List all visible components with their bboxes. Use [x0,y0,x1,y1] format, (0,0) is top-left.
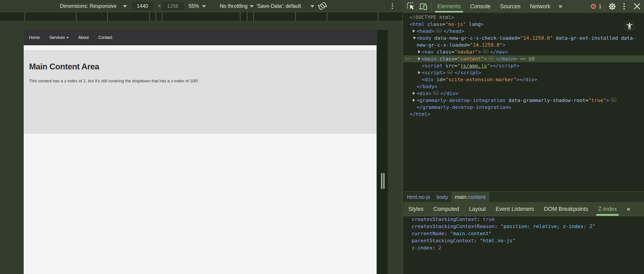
expand-arrow-icon[interactable] [418,57,420,60]
nav-item-about[interactable]: About [78,35,89,40]
dom-tree-row[interactable]: <head></head> [404,28,644,35]
save-data-select[interactable]: 'Save-Data': default [256,0,301,12]
toggle-device-toolbar-icon[interactable] [419,2,428,10]
nav-item-home[interactable]: Home [29,35,40,40]
expand-inline-icon[interactable] [488,56,494,60]
dom-tree-row[interactable]: <script></script> [404,69,644,76]
dom-tree-row[interactable]: new-gr-c-s-loaded="14.1259.0"> [404,41,644,48]
media-query-breakpoint-line [24,12,25,21]
page-main-content: Main Content Area This content has a z-i… [24,50,376,134]
sidebar-tab-styles[interactable]: Styles [408,202,424,216]
dom-tree-row[interactable]: </html> [404,111,644,118]
nav-item-services[interactable]: Services [50,35,69,40]
sidebar-tab-strip: StylesComputedLayoutEvent ListenersDOM B… [404,202,644,216]
breadcrumb-main[interactable]: main.content [451,192,489,202]
expand-arrow-icon[interactable] [413,29,415,33]
sidebar-tab-layout[interactable]: Layout [469,202,486,216]
devtools-tab-sources[interactable]: Sources [500,0,520,13]
row-actions-icon[interactable] [405,55,410,62]
rendered-page: HomeServicesAboutContact Main Content Ar… [24,30,376,274]
accessibility-tree-toggle-icon[interactable] [623,20,636,32]
zindex-property-parentStackingContext: parentStackingContext: "html.no-js" [412,237,644,244]
devtools-tab-elements[interactable]: Elements [438,0,461,13]
dom-tree-row[interactable]: <grammarly-desktop-integration data-gram… [404,97,644,104]
viewport-width-input[interactable]: 1440 [132,2,153,10]
z-index-pane: createsStackingContext: truecreatesStack… [404,216,644,274]
dom-tree-row[interactable]: <nav class="navbar"></nav> [404,48,644,55]
dom-tree-row[interactable]: <!DOCTYPE html> [404,14,644,21]
devtools-panel: ElementsConsoleSourcesNetwork ›› 1 [402,0,644,274]
dom-tree-row[interactable]: <div id="scite-extension-marker"></div> [404,76,644,83]
media-query-breakpoint-line [378,12,378,21]
screenshot-root: Dimensions: Responsive 1440 × 1256 55% N… [0,0,644,274]
nav-dropdown-caret-icon [66,37,69,38]
settings-gear-icon[interactable] [608,3,616,10]
expand-inline-icon[interactable] [433,91,439,95]
save-data-caret-icon [310,5,314,7]
page-heading: Main Content Area [29,62,99,72]
zindex-property-currentNode: currentNode: "main.content" [412,230,644,237]
page-navbar: HomeServicesAboutContact [24,30,376,45]
dom-tree-row[interactable]: </grammarly-desktop-integration> [404,104,644,111]
device-toolbar-overflow-menu-icon[interactable] [390,3,394,9]
more-tabs-icon[interactable]: ›› [559,0,562,13]
dimensions-caret-icon [123,5,127,7]
expand-arrow-icon[interactable] [413,92,415,95]
expand-inline-icon[interactable] [611,98,617,102]
expand-inline-icon[interactable] [447,70,453,74]
dimensions-select[interactable]: Dimensions: Responsive [60,0,116,12]
expand-inline-icon[interactable] [482,49,488,53]
throttling-caret-icon [250,5,254,7]
dom-tree-row[interactable]: <script src="js/app.js"></script> [404,62,644,69]
expand-arrow-icon[interactable] [418,50,420,53]
sidebar-tab-dom-breakpoints[interactable]: DOM Breakpoints [544,202,588,216]
error-badge-icon[interactable] [591,4,596,9]
media-query-breakpoint-line [149,12,150,21]
nav-item-contact[interactable]: Contact [98,35,112,40]
media-query-breakpoint-line [107,12,108,21]
dom-tree-row-selected[interactable]: <main class="content"></main> == $0 [404,55,644,62]
toolbar-separator [604,2,604,11]
expand-arrow-icon[interactable] [413,99,415,102]
media-query-breakpoint-line [247,12,247,21]
media-query-breakpoint-line [295,12,296,21]
resize-grip-icon [381,173,382,189]
rotate-viewport-icon[interactable] [318,1,327,10]
viewport-resize-handle[interactable] [377,30,388,274]
device-toolbar: Dimensions: Responsive 1440 × 1256 55% N… [0,0,402,12]
inspect-element-icon[interactable] [407,2,415,10]
breadcrumb-body[interactable]: body [433,192,451,202]
page-paragraph: This content has a z-index of 2, but it'… [29,78,198,84]
dom-tree-row[interactable]: <html class="no-js" lang> [404,21,644,28]
media-query-breakpoint-line [253,12,254,21]
dom-tree-row[interactable]: </body> [404,83,644,90]
toolbar-separator [431,2,432,11]
media-query-breakpoint-line [327,12,327,21]
zoom-select[interactable]: 55% [189,0,199,12]
media-query-bar[interactable] [0,12,402,21]
devtools-toolbar: ElementsConsoleSourcesNetwork ›› 1 [404,0,644,13]
media-query-breakpoint-line [156,12,156,21]
dom-tree-row[interactable]: <div></div> [404,90,644,97]
sidebar-more-tabs-icon[interactable]: ›› [627,202,629,216]
sidebar-tab-computed[interactable]: Computed [433,202,459,216]
viewport-height-input[interactable]: 1256 [162,2,184,10]
zindex-property-createsStackingContext: createsStackingContext: true [412,216,644,223]
media-query-breakpoint-line [162,12,162,21]
devtools-tab-console[interactable]: Console [470,0,490,13]
expand-arrow-open-icon[interactable] [413,37,416,39]
dom-tree-row[interactable]: <body data-new-gr-c-s-check-loaded="14.1… [404,35,644,41]
breadcrumb-html[interactable]: html.no-js [404,192,433,202]
devtools-tab-network[interactable]: Network [530,0,550,13]
responsive-viewport-area: HomeServicesAboutContact Main Content Ar… [0,21,402,274]
error-count[interactable]: 1 [598,0,602,13]
sidebar-tab-event-listeners[interactable]: Event Listeners [496,202,534,216]
close-devtools-icon[interactable] [633,2,641,10]
media-query-breakpoint-line [240,12,240,21]
dimensions-times-separator: × [156,0,162,12]
devtools-overflow-menu-icon[interactable] [622,3,626,10]
throttling-select[interactable]: No throttling [220,0,248,12]
expand-inline-icon[interactable] [436,29,442,33]
sidebar-tab-z-index[interactable]: Z-Index [598,202,617,216]
expand-arrow-icon[interactable] [418,71,420,74]
